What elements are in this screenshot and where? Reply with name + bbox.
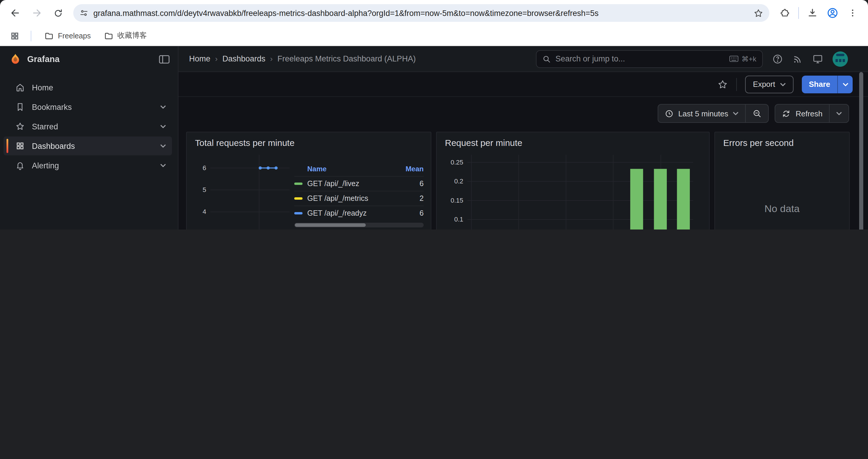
request-per-minute-chart[interactable]: 0.250.20.150.10.05017:37:0017:38:0017:39… bbox=[444, 150, 698, 230]
chevron-down-icon bbox=[780, 83, 786, 86]
search-input[interactable]: Search or jump to... ⌘+k bbox=[536, 50, 763, 68]
scrollbar-thumb[interactable] bbox=[859, 72, 863, 230]
panel-title[interactable]: Request per minute bbox=[437, 132, 709, 150]
share-menu-button[interactable] bbox=[837, 75, 852, 93]
search-shortcut: ⌘+k bbox=[729, 55, 756, 63]
bookmark-folder-blogs[interactable]: 收藏博客 bbox=[99, 28, 152, 43]
refresh-interval-button[interactable] bbox=[829, 104, 848, 122]
chevron-down-icon bbox=[733, 112, 739, 115]
star-icon bbox=[16, 122, 25, 131]
panel-title[interactable]: Total requests per minute bbox=[187, 132, 431, 150]
profile-button[interactable] bbox=[823, 4, 842, 23]
share-label: Share bbox=[809, 80, 830, 89]
share-button[interactable]: Share bbox=[802, 75, 837, 93]
sidebar-item-starred[interactable]: Starred bbox=[4, 117, 172, 136]
zoom-out-icon bbox=[752, 109, 762, 118]
sidebar-item-label: Dashboards bbox=[32, 141, 153, 150]
page-scrollbar[interactable] bbox=[859, 72, 863, 230]
legend-row: GET /api/_/readyz 6 bbox=[294, 205, 424, 220]
downloads-button[interactable] bbox=[803, 4, 822, 23]
back-button[interactable] bbox=[6, 4, 25, 23]
chevron-down-icon[interactable] bbox=[160, 144, 166, 148]
chevron-down-icon[interactable] bbox=[160, 164, 166, 167]
chevron-down-icon[interactable] bbox=[160, 105, 166, 109]
sidebar-item-label: Home bbox=[32, 83, 166, 92]
active-accent-bar bbox=[6, 139, 8, 153]
sidebar-header: Grafana bbox=[0, 46, 178, 72]
breadcrumb-separator: › bbox=[215, 54, 218, 63]
series-color-pill[interactable] bbox=[294, 197, 303, 200]
sidebar-item-dashboards[interactable]: Dashboards bbox=[4, 136, 172, 155]
folder-icon bbox=[104, 31, 113, 40]
time-range-picker[interactable]: Last 5 minutes bbox=[658, 104, 745, 122]
series-color-pill[interactable] bbox=[294, 183, 303, 185]
series-name[interactable]: GET /api/_/livez bbox=[307, 179, 393, 188]
url-bar[interactable]: grafana.mathmast.com/d/deytv4rwavabkb/fr… bbox=[73, 4, 769, 22]
svg-text:0.2: 0.2 bbox=[454, 177, 463, 185]
search-icon bbox=[542, 55, 551, 63]
zoom-out-button[interactable] bbox=[745, 104, 769, 122]
svg-text:0.1: 0.1 bbox=[454, 216, 463, 223]
site-settings-icon[interactable] bbox=[79, 8, 89, 18]
series-mean: 2 bbox=[393, 194, 424, 203]
folder-icon bbox=[44, 31, 54, 40]
menu-kebab-icon bbox=[848, 8, 857, 18]
legend-header: Name Mean bbox=[294, 162, 424, 176]
scrollbar-thumb[interactable] bbox=[295, 223, 366, 227]
col-mean[interactable]: Mean bbox=[393, 165, 424, 173]
help-icon[interactable] bbox=[772, 54, 783, 64]
screen: grafana.mathmast.com/d/deytv4rwavabkb/fr… bbox=[0, 0, 868, 230]
series-mean: 6 bbox=[393, 209, 424, 218]
sidebar-item-home[interactable]: Home bbox=[4, 78, 172, 97]
favorite-star-icon[interactable] bbox=[718, 79, 728, 90]
bookmark-label: 收藏博客 bbox=[117, 31, 147, 41]
extensions-puzzle-icon bbox=[780, 8, 790, 18]
grafana-logo-icon[interactable] bbox=[9, 53, 21, 65]
brand-name: Grafana bbox=[27, 54, 153, 64]
series-name[interactable]: GET /api/_/metrics bbox=[307, 194, 393, 203]
chevron-down-icon bbox=[842, 83, 848, 86]
breadcrumb-dashboards[interactable]: Dashboards bbox=[222, 54, 266, 63]
chevron-down-icon bbox=[836, 112, 842, 115]
legend-scrollbar[interactable] bbox=[294, 223, 424, 227]
breadcrumb: Home › Dashboards › Freeleaps Metrics Da… bbox=[189, 54, 416, 63]
chevron-down-icon[interactable] bbox=[160, 125, 166, 128]
total-requests-chart[interactable]: 6543217:40 bbox=[194, 150, 294, 230]
breadcrumb-home[interactable]: Home bbox=[189, 54, 210, 63]
forward-arrow-icon bbox=[31, 8, 42, 18]
bookmark-label: Freeleaps bbox=[58, 32, 91, 40]
apps-button[interactable] bbox=[7, 28, 23, 43]
refresh-button[interactable]: Refresh bbox=[776, 104, 829, 122]
url-text[interactable]: grafana.mathmast.com/d/deytv4rwavabkb/fr… bbox=[93, 8, 749, 18]
bookmark-icon bbox=[16, 102, 25, 112]
series-color-pill[interactable] bbox=[294, 212, 303, 215]
main-area: Home › Dashboards › Freeleaps Metrics Da… bbox=[179, 46, 868, 230]
sidebar-item-alerting[interactable]: Alerting bbox=[4, 156, 172, 175]
panel-title[interactable]: Errors per second bbox=[715, 132, 849, 150]
bookmark-star-icon[interactable] bbox=[753, 8, 764, 18]
col-name[interactable]: Name bbox=[307, 165, 393, 173]
sidebar-item-label: Bookmarks bbox=[32, 102, 153, 111]
sidebar-item-bookmarks[interactable]: Bookmarks bbox=[4, 97, 172, 117]
series-name[interactable]: GET /api/_/readyz bbox=[307, 209, 393, 218]
legend-row: GET /api/_/livez 6 bbox=[294, 176, 424, 191]
extensions-button[interactable] bbox=[775, 4, 794, 23]
breadcrumb-current: Freeleaps Metrics Dashboard (ALPHA) bbox=[277, 54, 416, 63]
news-icon[interactable] bbox=[793, 54, 803, 64]
monitor-icon[interactable] bbox=[812, 54, 823, 64]
panel-toggle-icon[interactable] bbox=[159, 55, 169, 64]
share-button-group: Share bbox=[802, 75, 852, 93]
subheader-divider bbox=[737, 78, 737, 91]
bookmark-folder-freeleaps[interactable]: Freeleaps bbox=[39, 29, 95, 43]
bookmarks-divider bbox=[31, 30, 31, 41]
reload-button[interactable] bbox=[49, 4, 67, 23]
browser-menu-button[interactable] bbox=[843, 4, 862, 23]
export-button[interactable]: Export bbox=[745, 75, 794, 93]
clock-icon bbox=[665, 109, 674, 118]
forward-button[interactable] bbox=[27, 4, 46, 23]
time-range-group: Last 5 minutes bbox=[658, 104, 769, 123]
svg-text:0.25: 0.25 bbox=[451, 159, 463, 166]
back-arrow-icon bbox=[10, 8, 21, 18]
user-avatar[interactable] bbox=[833, 51, 848, 66]
sidebar-item-label: Alerting bbox=[32, 161, 153, 170]
